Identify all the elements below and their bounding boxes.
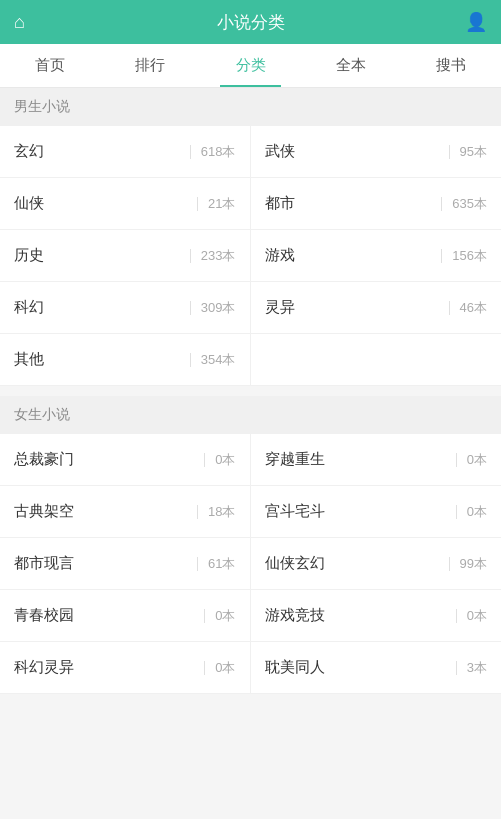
male-grid-item[interactable]: 仙侠 21本 [0,178,251,230]
female-grid-item[interactable]: 青春校园 0本 [0,590,251,642]
male-grid-item[interactable]: 玄幻 618本 [0,126,251,178]
category-count: 95本 [460,143,487,161]
category-count: 0本 [215,451,235,469]
male-grid-item[interactable]: 都市 635本 [251,178,502,230]
divider [441,249,442,263]
category-label: 其他 [14,350,180,369]
category-label: 仙侠玄幻 [265,554,439,573]
category-count: 18本 [208,503,235,521]
category-count: 635本 [452,195,487,213]
nav-item-搜书[interactable]: 搜书 [401,44,501,87]
nav-item-首页[interactable]: 首页 [0,44,100,87]
category-count: 618本 [201,143,236,161]
category-count: 354本 [201,351,236,369]
divider [190,353,191,367]
divider [441,197,442,211]
female-section-header: 女生小说 [0,396,501,434]
male-grid-item[interactable]: 科幻 309本 [0,282,251,334]
divider [449,145,450,159]
category-count: 0本 [467,503,487,521]
category-label: 玄幻 [14,142,180,161]
category-count: 99本 [460,555,487,573]
category-count: 0本 [215,659,235,677]
male-section-header: 男生小说 [0,88,501,126]
page-title: 小说分类 [217,11,285,34]
male-grid: 玄幻 618本 武侠 95本 仙侠 21本 都市 635本 历史 233本 游戏… [0,126,501,386]
male-grid-item[interactable]: 武侠 95本 [251,126,502,178]
category-label: 宫斗宅斗 [265,502,446,521]
divider [449,301,450,315]
category-count: 156本 [452,247,487,265]
female-grid-item[interactable]: 古典架空 18本 [0,486,251,538]
category-label: 科幻灵异 [14,658,194,677]
category-count: 0本 [467,451,487,469]
female-grid-item[interactable]: 穿越重生 0本 [251,434,502,486]
category-label: 仙侠 [14,194,187,213]
divider [197,557,198,571]
divider [456,453,457,467]
divider [204,453,205,467]
divider [456,609,457,623]
category-count: 0本 [467,607,487,625]
divider [456,661,457,675]
divider [456,505,457,519]
category-label: 都市现言 [14,554,187,573]
category-label: 灵异 [265,298,439,317]
female-grid-item[interactable]: 总裁豪门 0本 [0,434,251,486]
user-icon[interactable]: 👤 [465,11,487,33]
category-label: 古典架空 [14,502,187,521]
divider [197,197,198,211]
divider [190,145,191,159]
female-grid-item[interactable]: 宫斗宅斗 0本 [251,486,502,538]
category-label: 耽美同人 [265,658,446,677]
category-count: 21本 [208,195,235,213]
category-label: 武侠 [265,142,439,161]
category-label: 穿越重生 [265,450,446,469]
nav-bar: 首页排行分类全本搜书 [0,44,501,88]
category-count: 309本 [201,299,236,317]
divider [190,249,191,263]
category-label: 历史 [14,246,180,265]
empty-cell [251,334,502,386]
divider [197,505,198,519]
spacer [0,386,501,396]
category-label: 青春校园 [14,606,194,625]
female-grid: 总裁豪门 0本 穿越重生 0本 古典架空 18本 宫斗宅斗 0本 都市现言 61… [0,434,501,694]
male-grid-item[interactable]: 历史 233本 [0,230,251,282]
category-count: 0本 [215,607,235,625]
nav-item-全本[interactable]: 全本 [301,44,401,87]
female-grid-item[interactable]: 耽美同人 3本 [251,642,502,694]
category-count: 3本 [467,659,487,677]
divider [190,301,191,315]
female-grid-item[interactable]: 游戏竞技 0本 [251,590,502,642]
home-icon[interactable]: ⌂ [14,12,25,33]
female-grid-item[interactable]: 科幻灵异 0本 [0,642,251,694]
male-grid-item[interactable]: 游戏 156本 [251,230,502,282]
male-grid-item[interactable]: 灵异 46本 [251,282,502,334]
header: ⌂ 小说分类 👤 [0,0,501,44]
divider [449,557,450,571]
female-grid-item[interactable]: 仙侠玄幻 99本 [251,538,502,590]
female-grid-item[interactable]: 都市现言 61本 [0,538,251,590]
category-count: 46本 [460,299,487,317]
divider [204,661,205,675]
category-label: 科幻 [14,298,180,317]
category-label: 都市 [265,194,432,213]
category-count: 233本 [201,247,236,265]
nav-item-分类[interactable]: 分类 [200,44,300,87]
category-count: 61本 [208,555,235,573]
category-label: 游戏 [265,246,432,265]
category-label: 总裁豪门 [14,450,194,469]
category-label: 游戏竞技 [265,606,446,625]
divider [204,609,205,623]
male-grid-item[interactable]: 其他 354本 [0,334,251,386]
nav-item-排行[interactable]: 排行 [100,44,200,87]
